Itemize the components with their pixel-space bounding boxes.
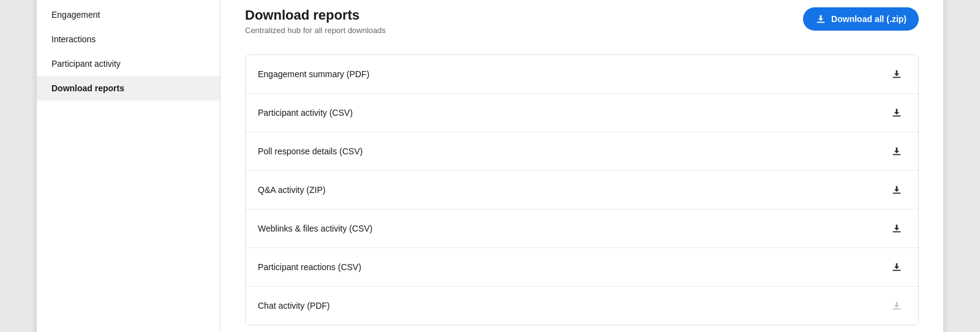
report-row-poll-response: Poll response details (CSV) <box>246 132 918 171</box>
sidebar-item-interactions[interactable]: Interactions <box>37 27 220 51</box>
download-all-icon <box>815 13 826 25</box>
download-icon <box>891 146 902 157</box>
download-button-participant-reactions[interactable] <box>888 258 906 276</box>
header-row: Download reports Centralized hub for all… <box>245 7 919 35</box>
main-container: EngagementInteractionsParticipant activi… <box>37 0 943 332</box>
header-text: Download reports Centralized hub for all… <box>245 7 386 35</box>
download-button-chat-activity <box>888 296 906 315</box>
page-title: Download reports <box>245 7 386 23</box>
page-subtitle: Centralized hub for all report downloads <box>245 26 386 35</box>
download-icon <box>891 223 902 234</box>
report-name-participant-reactions: Participant reactions (CSV) <box>258 262 361 272</box>
report-name-weblinks-files: Weblinks & files activity (CSV) <box>258 224 372 233</box>
report-row-participant-activity: Participant activity (CSV) <box>246 94 918 132</box>
reports-table: Engagement summary (PDF) Participant act… <box>245 55 919 325</box>
report-name-poll-response: Poll response details (CSV) <box>258 146 363 156</box>
download-button-participant-activity[interactable] <box>888 104 906 122</box>
main-content: Download reports Centralized hub for all… <box>221 0 943 332</box>
sidebar-item-engagement[interactable]: Engagement <box>37 2 220 27</box>
sidebar: EngagementInteractionsParticipant activi… <box>37 0 221 332</box>
download-icon <box>891 262 902 273</box>
download-all-button[interactable]: Download all (.zip) <box>803 7 919 31</box>
sidebar-item-participant-activity[interactable]: Participant activity <box>37 51 220 76</box>
download-button-qa-activity[interactable] <box>888 181 906 199</box>
report-name-qa-activity: Q&A activity (ZIP) <box>258 185 325 195</box>
download-button-poll-response[interactable] <box>888 142 906 160</box>
report-row-participant-reactions: Participant reactions (CSV) <box>246 248 918 287</box>
report-row-qa-activity: Q&A activity (ZIP) <box>246 171 918 209</box>
download-icon <box>891 107 902 118</box>
report-name-engagement-summary: Engagement summary (PDF) <box>258 69 369 79</box>
report-row-weblinks-files: Weblinks & files activity (CSV) <box>246 209 918 248</box>
download-icon <box>891 69 902 80</box>
report-row-engagement-summary: Engagement summary (PDF) <box>246 55 918 94</box>
download-button-engagement-summary[interactable] <box>888 65 906 83</box>
report-row-chat-activity: Chat activity (PDF) <box>246 287 918 325</box>
report-name-chat-activity: Chat activity (PDF) <box>258 301 330 311</box>
download-all-label: Download all (.zip) <box>831 14 907 24</box>
download-icon <box>891 300 902 311</box>
sidebar-item-download-reports[interactable]: Download reports <box>37 76 220 100</box>
download-button-weblinks-files[interactable] <box>888 219 906 238</box>
report-name-participant-activity: Participant activity (CSV) <box>258 108 353 118</box>
download-icon <box>891 184 902 195</box>
